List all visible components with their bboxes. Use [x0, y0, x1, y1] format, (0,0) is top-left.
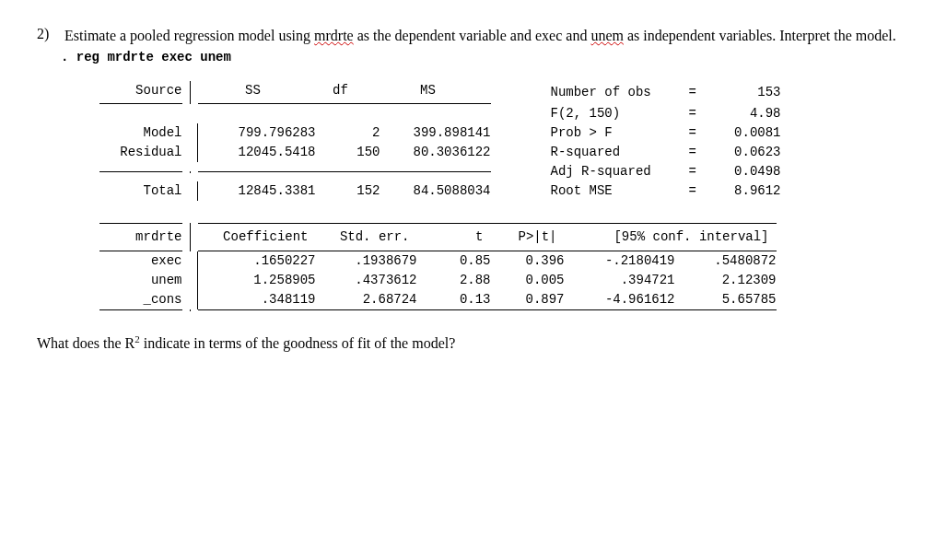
anova-row-residual-label: Residual [99, 143, 190, 162]
coef-row-cons-t: 0.13 [417, 290, 491, 309]
stat-val-0: 153 [707, 83, 781, 102]
followup-part-2: indicate in terms of the goodness of fit… [140, 336, 456, 352]
stat-eq-3: = [689, 143, 707, 162]
coef-header-depvar: mrdrte [99, 228, 190, 247]
coefficient-table: mrdrte Coefficient Std. err. t P>|t| [95… [99, 223, 836, 311]
anova-row-residual-df: 150 [316, 143, 380, 162]
coef-row-unem-lo: .394721 [565, 271, 675, 290]
coef-row-cons-hi: 5.65785 [675, 290, 777, 309]
stat-label-5: Root MSE [551, 181, 689, 201]
coef-row-exec-se: .1938679 [316, 251, 417, 271]
coef-row-unem-t: 2.88 [417, 271, 491, 290]
stat-label-4: Adj R-squared [551, 162, 689, 181]
stat-label-1: F(2, 150) [551, 104, 689, 123]
coef-row-exec-var: exec [99, 251, 190, 271]
stat-eq-4: = [689, 162, 707, 181]
stat-eq-5: = [689, 181, 707, 201]
anova-row-residual-ms: 80.3036122 [380, 143, 491, 162]
stat-val-3: 0.0623 [707, 143, 781, 162]
command-prompt: . [61, 50, 68, 64]
coef-row-unem-hi: 2.12309 [675, 271, 777, 290]
stat-label-0: Number of obs [551, 83, 689, 102]
anova-header-source: Source [99, 81, 190, 100]
coef-row-cons-var: _cons [99, 290, 190, 309]
anova-row-model-df: 2 [316, 123, 380, 143]
stat-val-1: 4.98 [707, 104, 781, 123]
question-part-3: as independent variables. Interpret the … [624, 28, 896, 43]
stat-eq-0: = [689, 83, 707, 102]
question-text: Estimate a pooled regression model using… [64, 26, 896, 46]
coef-header-se: Std. err. [309, 228, 410, 247]
stat-val-2: 0.0081 [707, 123, 781, 143]
anova-total-ms: 84.5088034 [380, 181, 491, 201]
anova-header-ms: MS [373, 81, 484, 100]
coef-row-unem-var: unem [99, 271, 190, 290]
anova-total-label: Total [99, 181, 190, 201]
stat-eq-2: = [689, 123, 707, 143]
anova-row-residual-ss: 12045.5418 [205, 143, 316, 162]
question-var-2: unem [590, 28, 624, 43]
question-part-2: as the dependent variable and exec and [354, 28, 591, 43]
command-text: reg mrdrte exec unem [76, 50, 231, 64]
anova-row-model-label: Model [99, 123, 190, 143]
coef-row-cons-se: 2.68724 [316, 290, 417, 309]
stata-command: . reg mrdrte exec unem [61, 50, 898, 64]
coef-header-t: t [410, 228, 484, 247]
question-var-1: mrdrte [314, 28, 354, 43]
coef-row-cons-p: 0.897 [491, 290, 565, 309]
anova-row-model-ss: 799.796283 [205, 123, 316, 143]
coef-header-coef: Coefficient [198, 228, 309, 247]
stat-eq-1: = [689, 104, 707, 123]
followup-part-1: What does the R [37, 336, 134, 352]
question-number: 2) [37, 26, 55, 46]
stat-label-3: R-squared [551, 143, 689, 162]
coef-header-p: P>|t| [484, 228, 557, 247]
coef-row-exec-lo: -.2180419 [565, 251, 675, 271]
anova-total-ss: 12845.3381 [205, 181, 316, 201]
coef-row-exec-p: 0.396 [491, 251, 565, 271]
coef-row-exec-t: 0.85 [417, 251, 491, 271]
coef-header-ci: [95% conf. interval] [557, 228, 769, 247]
coef-row-exec-coef: .1650227 [205, 251, 316, 271]
stat-val-4: 0.0498 [707, 162, 781, 181]
question-part-1: Estimate a pooled regression model using [64, 28, 314, 43]
stata-output: Source SS df MS Number of obs = 153 F(2,… [99, 81, 836, 311]
anova-header-df: df [309, 81, 373, 100]
question-block: 2) Estimate a pooled regression model us… [37, 26, 898, 46]
stat-label-2: Prob > F [551, 123, 689, 143]
coef-row-exec-hi: .5480872 [675, 251, 777, 271]
coef-row-unem-coef: 1.258905 [205, 271, 316, 290]
followup-question: What does the R2 indicate in terms of th… [37, 333, 898, 352]
coef-row-cons-lo: -4.961612 [565, 290, 675, 309]
coef-row-unem-se: .4373612 [316, 271, 417, 290]
anova-row-model-ms: 399.898141 [380, 123, 491, 143]
anova-header-ss: SS [198, 81, 309, 100]
anova-vline [190, 81, 191, 104]
stat-val-5: 8.9612 [707, 181, 781, 201]
anova-total-df: 152 [316, 181, 380, 201]
coef-row-cons-coef: .348119 [205, 290, 316, 309]
coef-row-unem-p: 0.005 [491, 271, 565, 290]
